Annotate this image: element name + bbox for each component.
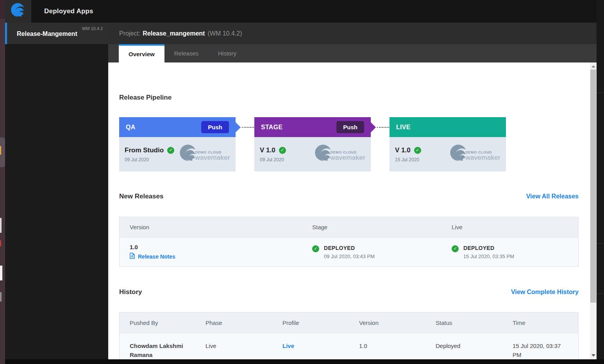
tab-overview[interactable]: Overview — [119, 44, 164, 62]
live-deploy-date: 15 Jul 2020 — [395, 157, 421, 162]
history-pushed-by: Chowdam Lakshmi Ramana — [130, 333, 206, 359]
desktop-right-strip — [597, 0, 604, 359]
column-header-phase: Phase — [206, 319, 282, 326]
column-header-live: Live — [452, 224, 578, 230]
view-complete-history-link[interactable]: View Complete History — [511, 289, 579, 296]
project-name: Release_mangement — [143, 30, 205, 37]
tab-history[interactable]: History — [208, 44, 246, 62]
qa-push-button[interactable]: Push — [201, 121, 229, 133]
project-version: (WM 10.4.2) — [207, 30, 242, 37]
dock-icon — [0, 292, 2, 302]
document-icon — [130, 253, 135, 260]
bottom-bar — [5, 359, 604, 364]
live-card-header: LIVE — [390, 117, 506, 137]
stage-name: LIVE — [396, 124, 499, 131]
vertical-scrollbar[interactable] — [590, 62, 597, 359]
column-header-time: Time — [513, 319, 578, 326]
stage-status: DEPLOYED — [324, 245, 375, 251]
stage-card-header: STAGE Push — [254, 117, 371, 137]
dock-icon — [0, 146, 1, 155]
qa-card-body: From Studio ✓ 09 Jul 2020 — [119, 137, 236, 171]
history-version: 1.0 — [359, 333, 436, 359]
logo-name: wavemaker — [330, 154, 365, 162]
release-pipeline-heading: Release Pipeline — [119, 94, 579, 102]
live-status: DEPLOYED — [463, 245, 514, 251]
qa-deploy-date: 09 Jul 2020 — [125, 157, 174, 162]
stage-push-button[interactable]: Push — [336, 121, 364, 133]
scrollbar-up-icon[interactable] — [591, 65, 595, 68]
stage-name: STAGE — [261, 124, 336, 131]
check-icon: ✓ — [452, 245, 459, 252]
new-releases-table: Version Stage Live 1.0 — [119, 217, 579, 267]
stage-card-body: V 1.0 ✓ 09 Jul 2020 — [254, 137, 371, 171]
sidebar-item-label: Release-Mangement — [17, 30, 77, 37]
column-header-version: Version — [130, 224, 312, 230]
wavemaker-logo-icon — [11, 3, 26, 20]
screen: Deployed Apps WM 10.4.2 Release-Mangemen… — [0, 0, 604, 364]
history-phase: Live — [206, 333, 282, 359]
check-icon: ✓ — [312, 245, 319, 252]
dock-icon — [0, 240, 1, 246]
dock-icon — [0, 266, 2, 280]
wavemaker-cloud-logo: DEMO CLOUD wavemaker — [315, 144, 365, 164]
overview-content: Release Pipeline QA Push — [108, 62, 590, 359]
view-all-releases-link[interactable]: View All Releases — [526, 193, 579, 200]
pipeline-card-stage: STAGE Push V 1.0 ✓ — [254, 117, 371, 171]
tab-bar: Overview Releases History — [108, 44, 597, 62]
history-time: 15 Jul 2020, 03:37 PM — [513, 333, 578, 359]
qa-card-header: QA Push — [119, 117, 236, 137]
scrollbar-down-icon[interactable] — [591, 354, 595, 357]
check-icon: ✓ — [414, 147, 421, 154]
project-header: Project: Release_mangement (WM 10.4.2) — [108, 23, 597, 44]
pipeline-card-qa: QA Push From Studio ✓ — [119, 117, 236, 171]
sidebar-item-version: WM 10.4.2 — [82, 26, 103, 31]
dock-item — [0, 0, 5, 19]
stage-status-cell: ✓ DEPLOYED 09 Jul 2020, 03:43 PM — [312, 245, 452, 259]
column-header-stage: Stage — [312, 224, 452, 230]
history-status: Deployed — [436, 333, 513, 359]
check-icon: ✓ — [167, 147, 174, 154]
top-bar: Deployed Apps — [5, 0, 597, 23]
pipeline-card-live: LIVE V 1.0 ✓ 15 Jul 2020 — [390, 117, 506, 171]
os-dock-strip — [0, 0, 5, 364]
table-row: 1.0 — [120, 237, 578, 266]
qa-version-label: From Studio — [125, 146, 164, 154]
table-row: Chowdam Lakshmi Ramana Live Live 1.0 Dep… — [120, 333, 578, 359]
stage-deploy-date: 09 Jul 2020 — [260, 157, 286, 162]
app-window: Deployed Apps WM 10.4.2 Release-Mangemen… — [5, 0, 597, 359]
stage-name: QA — [126, 124, 201, 131]
new-releases-table-header: Version Stage Live — [120, 217, 578, 237]
logo-name: wavemaker — [465, 154, 500, 162]
column-header-profile: Profile — [282, 319, 359, 326]
project-prefix: Project: — [119, 30, 140, 37]
page-title: Deployed Apps — [44, 7, 93, 15]
live-deploy-time: 15 Jul 2020, 03:35 PM — [463, 253, 514, 259]
check-icon: ✓ — [279, 147, 286, 154]
column-header-pushed-by: Pushed By — [130, 319, 206, 326]
sidebar: WM 10.4.2 Release-Mangement — [5, 23, 108, 359]
pipeline-connector — [236, 117, 254, 137]
new-releases-heading: New Releases — [119, 193, 163, 200]
live-version-label: V 1.0 — [395, 146, 411, 154]
column-header-status: Status — [436, 319, 513, 326]
pipeline-connector — [371, 117, 390, 137]
wavemaker-home-button[interactable] — [5, 0, 31, 23]
history-profile-link[interactable]: Live — [282, 343, 294, 349]
history-table-header: Pushed By Phase Profile Version Status T… — [120, 312, 578, 333]
stage-deploy-time: 09 Jul 2020, 03:43 PM — [324, 253, 375, 259]
column-header-version: Version — [359, 319, 436, 326]
sidebar-item-release-mangement[interactable]: WM 10.4.2 Release-Mangement — [5, 23, 108, 44]
wavemaker-cloud-logo: DEMO CLOUD wavemaker — [179, 144, 230, 164]
release-pipeline: QA Push From Studio ✓ — [119, 117, 579, 171]
tab-releases[interactable]: Releases — [164, 44, 209, 62]
logo-name: wavemaker — [195, 154, 230, 162]
release-version: 1.0 — [130, 244, 312, 250]
history-heading: History — [119, 288, 142, 296]
live-status-cell: ✓ DEPLOYED 15 Jul 2020, 03:35 PM — [452, 245, 578, 259]
dock-icon — [0, 218, 2, 233]
history-table: Pushed By Phase Profile Version Status T… — [119, 312, 579, 359]
scrollbar-thumb[interactable] — [590, 70, 596, 303]
wavemaker-cloud-logo: DEMO CLOUD wavemaker — [450, 144, 500, 164]
release-notes-link[interactable]: Release Notes — [130, 253, 312, 260]
stage-version-label: V 1.0 — [260, 146, 275, 154]
